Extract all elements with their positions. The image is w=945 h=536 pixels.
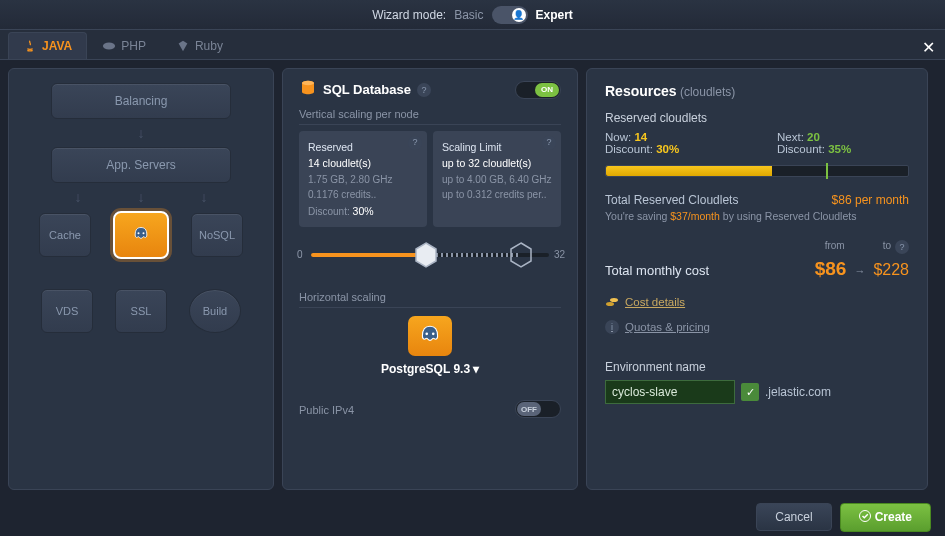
sql-node-active[interactable] bbox=[113, 211, 169, 259]
trc-label: Total Reserved Cloudlets bbox=[605, 193, 738, 207]
env-name-label: Environment name bbox=[605, 360, 909, 374]
price-to: $228 bbox=[873, 261, 909, 279]
tab-php-label: PHP bbox=[121, 39, 146, 53]
chevron-down-icon: ▾ bbox=[473, 362, 479, 376]
config-title: SQL Database bbox=[323, 82, 411, 97]
tab-ruby-label: Ruby bbox=[195, 39, 223, 53]
limit-handle[interactable] bbox=[508, 241, 534, 269]
help-icon[interactable]: ? bbox=[417, 83, 431, 97]
php-icon bbox=[102, 39, 116, 53]
svg-point-8 bbox=[610, 298, 618, 302]
cloudlets-bar bbox=[605, 165, 909, 177]
toggle-off-label: OFF bbox=[517, 402, 541, 416]
coins-icon bbox=[605, 294, 619, 310]
total-cost-label: Total monthly cost bbox=[605, 263, 709, 278]
config-panel: SQL Database ? ON Vertical scaling per n… bbox=[282, 68, 578, 490]
java-icon bbox=[23, 39, 37, 53]
toggle-on-label: ON bbox=[535, 83, 559, 97]
svg-point-1 bbox=[138, 232, 140, 234]
quotas-link[interactable]: i Quotas & pricing bbox=[605, 320, 909, 334]
svg-point-0 bbox=[103, 43, 115, 50]
help-icon[interactable]: ? bbox=[542, 136, 556, 150]
wizard-header: Wizard mode: Basic 👤 Expert bbox=[0, 0, 945, 30]
cancel-button[interactable]: Cancel bbox=[756, 503, 831, 531]
mode-basic-label[interactable]: Basic bbox=[454, 8, 483, 22]
postgres-node-icon[interactable] bbox=[408, 316, 452, 356]
resources-panel: Resources (cloudlets) Reserved cloudlets… bbox=[586, 68, 928, 490]
lang-tabs: JAVA PHP Ruby ✕ bbox=[0, 30, 945, 60]
svg-point-2 bbox=[143, 232, 145, 234]
price-from: $86 bbox=[815, 258, 847, 280]
appservers-button[interactable]: App. Servers bbox=[51, 147, 231, 183]
cache-button[interactable]: Cache bbox=[39, 213, 91, 257]
cost-details-link[interactable]: Cost details bbox=[605, 294, 909, 310]
ssl-button[interactable]: SSL bbox=[115, 289, 167, 333]
mode-toggle[interactable]: 👤 bbox=[492, 6, 528, 24]
svg-point-7 bbox=[606, 302, 614, 306]
build-button[interactable]: Build bbox=[189, 289, 241, 333]
env-name-input[interactable] bbox=[605, 380, 735, 404]
nosql-button[interactable]: NoSQL bbox=[191, 213, 243, 257]
arrow-right-icon: → bbox=[854, 265, 865, 277]
dialog-footer: Cancel Create bbox=[0, 498, 945, 536]
tab-java[interactable]: JAVA bbox=[8, 32, 87, 59]
tab-java-label: JAVA bbox=[42, 39, 72, 53]
arrow-down-icon: ↓ bbox=[75, 189, 82, 205]
tab-php[interactable]: PHP bbox=[87, 32, 161, 59]
tab-ruby[interactable]: Ruby bbox=[161, 32, 238, 59]
ruby-icon bbox=[176, 39, 190, 53]
db-version-select[interactable]: PostgreSQL 9.3 ▾ bbox=[381, 362, 479, 376]
arrow-down-icon: ↓ bbox=[201, 189, 208, 205]
check-circle-icon bbox=[859, 510, 871, 525]
close-icon[interactable]: ✕ bbox=[922, 38, 935, 57]
mode-expert-label[interactable]: Expert bbox=[536, 8, 573, 22]
wizard-mode-label: Wizard mode: bbox=[372, 8, 446, 22]
public-ip-toggle[interactable]: OFF bbox=[515, 400, 561, 418]
env-domain-label: .jelastic.com bbox=[765, 385, 831, 399]
next-threshold-marker bbox=[826, 163, 828, 179]
help-icon[interactable]: ? bbox=[895, 240, 909, 254]
horizontal-scaling-label: Horizontal scaling bbox=[299, 291, 561, 308]
topology-panel: Balancing ↓ App. Servers ↓ ↓ ↓ Cache NoS… bbox=[8, 68, 274, 490]
person-icon: 👤 bbox=[512, 8, 526, 22]
info-icon: i bbox=[605, 320, 619, 334]
arrow-down-icon: ↓ bbox=[138, 125, 145, 141]
arrow-down-icon: ↓ bbox=[138, 189, 145, 205]
svg-point-4 bbox=[302, 81, 314, 85]
database-icon bbox=[299, 79, 317, 100]
balancing-button[interactable]: Balancing bbox=[51, 83, 231, 119]
savings-text: You're saving $37/month by using Reserve… bbox=[605, 210, 909, 222]
trc-value: $86 per month bbox=[832, 193, 909, 207]
vertical-scaling-label: Vertical scaling per node bbox=[299, 108, 561, 125]
help-icon[interactable]: ? bbox=[408, 136, 422, 150]
reserved-card: ? Reserved 14 cloudlet(s) 1.75 GB, 2.80 … bbox=[299, 131, 427, 227]
limit-card: ? Scaling Limit up to 32 cloudlet(s) up … bbox=[433, 131, 561, 227]
sql-enable-toggle[interactable]: ON bbox=[515, 81, 561, 99]
resources-title: Resources bbox=[605, 83, 677, 99]
public-ip-label: Public IPv4 bbox=[299, 404, 354, 416]
svg-point-9 bbox=[859, 510, 870, 521]
postgres-icon bbox=[131, 225, 151, 245]
svg-point-6 bbox=[432, 333, 435, 336]
svg-point-5 bbox=[425, 333, 428, 336]
cloudlet-slider[interactable]: 0 32 bbox=[299, 233, 561, 283]
check-icon: ✓ bbox=[741, 383, 759, 401]
create-button[interactable]: Create bbox=[840, 503, 931, 532]
reserved-handle[interactable] bbox=[413, 241, 439, 269]
vds-button[interactable]: VDS bbox=[41, 289, 93, 333]
reserved-cloudlets-label: Reserved cloudlets bbox=[605, 111, 909, 125]
